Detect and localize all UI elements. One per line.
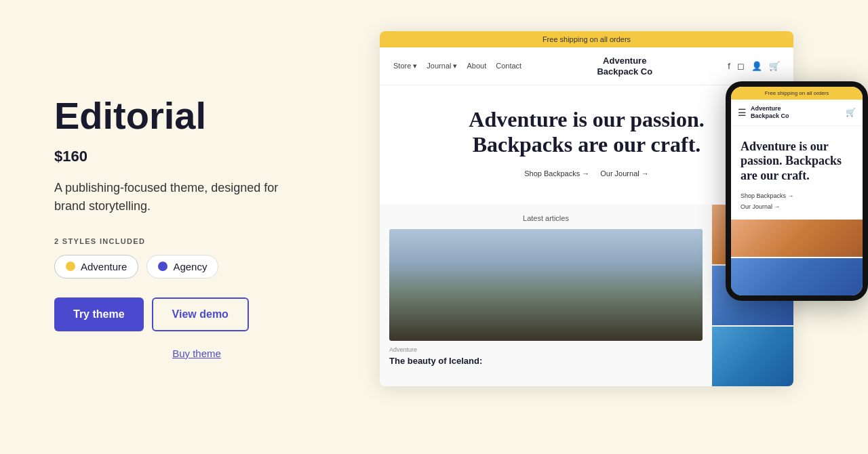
nav-store[interactable]: Store ▾ [393,62,417,70]
desktop-nav: Store ▾ Journal ▾ About Contact Adventur… [380,47,793,85]
mobile-image-1 [731,220,863,257]
mobile-articles-bottom [731,220,863,295]
mobile-mockup: Free shipping on all orders ☰ AdventureB… [726,81,868,301]
styles-label: 2 STYLES INCLUDED [54,237,339,245]
nav-links: Store ▾ Journal ▾ About Contact [393,62,521,70]
latest-label: Latest articles [389,214,703,222]
buy-theme-link[interactable]: Buy theme [54,348,339,359]
instagram-icon: ◻ [737,61,745,71]
nav-journal[interactable]: Journal ▾ [427,62,457,70]
article-tag: Adventure [389,346,703,353]
mobile-hero: Adventure is our passion. Backpacks are … [731,126,863,220]
facebook-icon: f [728,61,730,71]
desktop-hero-title: Adventure is our passion.Backpacks are o… [393,107,780,157]
mobile-top-bar: Free shipping on all orders [731,87,863,100]
mobile-brand: AdventureBackpack Co [751,105,846,120]
view-demo-button[interactable]: View demo [152,297,249,331]
right-panel: Free shipping on all orders Store ▾ Jour… [380,0,868,454]
plane-silhouette [389,229,703,341]
style-chip-agency[interactable]: Agency [146,255,218,278]
dot-purple-icon [158,262,167,271]
mobile-cart-icon[interactable]: 🛒 [846,108,856,117]
nav-contact[interactable]: Contact [496,62,521,70]
nav-about[interactable]: About [467,62,487,70]
styles-row: Adventure Agency [54,255,339,278]
theme-title: Editorial [54,95,339,137]
theme-price: $160 [54,148,339,165]
mobile-hero-title: Adventure is our passion. Backpacks are … [741,140,853,184]
desktop-brand: AdventureBackpack Co [597,56,652,77]
desktop-top-bar: Free shipping on all orders [380,31,793,47]
style-agency-label: Agency [173,261,207,272]
theme-description: A publishing-focused theme, designed for… [54,179,312,215]
article-title: The beauty of Iceland: [389,356,703,366]
latest-articles: Latest articles Adventure The beauty of … [380,205,712,386]
mobile-inner: Free shipping on all orders ☰ AdventureB… [731,87,863,295]
side-image-3 [712,327,793,386]
style-adventure-label: Adventure [81,261,127,272]
mobile-hero-buttons: Shop Backpacks Our Journal [741,192,853,210]
try-theme-button[interactable]: Try theme [54,297,144,331]
article-main-image [389,229,703,341]
style-chip-adventure[interactable]: Adventure [54,255,138,278]
hero-buttons: Shop Backpacks Our Journal [393,169,780,178]
hamburger-icon[interactable]: ☰ [738,107,747,118]
cart-icon[interactable]: 🛒 [769,61,780,71]
shop-backpacks-button[interactable]: Shop Backpacks [524,169,589,178]
nav-icons: f ◻ 👤 🛒 [728,61,780,71]
mobile-image-2 [731,258,863,295]
left-panel: Editorial $160 A publishing-focused them… [0,0,380,454]
account-icon[interactable]: 👤 [751,61,762,71]
buttons-row: Try theme View demo [54,297,339,331]
dot-yellow-icon [66,262,75,271]
our-journal-button[interactable]: Our Journal [600,169,649,178]
mobile-shop-button[interactable]: Shop Backpacks [741,192,853,199]
mobile-journal-button[interactable]: Our Journal [741,203,853,210]
mobile-nav: ☰ AdventureBackpack Co 🛒 [731,100,863,126]
